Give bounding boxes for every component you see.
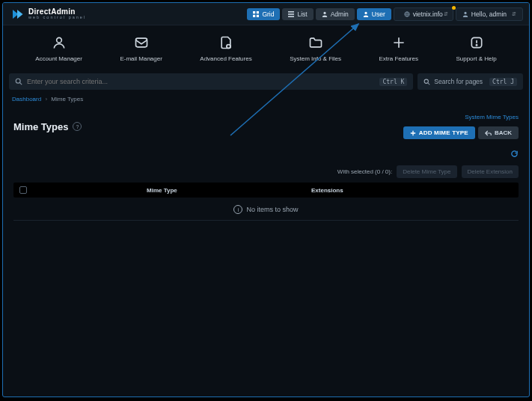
page-header: Mime Types ? System Mime Types ADD MIME … (3, 105, 529, 147)
nav-support-help[interactable]: Support & Help (451, 33, 501, 64)
empty-state: i No items to show (13, 198, 519, 221)
topbar: DirectAdmin web control panel Grid List … (3, 3, 529, 25)
view-grid-label: Grid (262, 10, 274, 18)
search-input[interactable] (27, 78, 376, 85)
breadcrumb: Dashboard › Mime Types (3, 94, 529, 105)
folder-icon (308, 34, 324, 51)
level-admin-label: Admin (331, 10, 349, 18)
alert-icon (468, 34, 485, 51)
notification-dot-icon (452, 6, 456, 10)
bulk-actions-row: With selected (0 / 0): Delete Mime Type … (13, 162, 519, 183)
view-list-label: List (297, 10, 307, 18)
user-greeting: Hello, admin (471, 10, 507, 18)
level-user-button[interactable]: User (357, 8, 391, 20)
nav-label: Account Manager (35, 55, 82, 62)
search-pages-button[interactable]: Search for pages Ctrl J (418, 73, 523, 90)
nav-label: Support & Help (456, 55, 496, 62)
globe-icon (404, 11, 410, 17)
kbd-shortcut: Ctrl J (489, 78, 517, 86)
svg-rect-0 (253, 11, 255, 13)
brand-mark-icon (10, 7, 24, 21)
svg-point-8 (364, 11, 367, 13)
delete-extension-button[interactable]: Delete Extension (462, 165, 519, 178)
user-icon (363, 11, 369, 17)
domain-selector[interactable]: vietnix.info ⇵ (394, 7, 453, 21)
system-mime-types-link[interactable]: System Mime Types (465, 114, 519, 120)
nav-label: System Info & Files (290, 55, 341, 62)
svg-rect-12 (135, 38, 147, 47)
plus-icon (410, 130, 416, 136)
nav-system-info-files[interactable]: System Info & Files (285, 33, 346, 64)
breadcrumb-separator-icon: › (45, 96, 47, 102)
nav-advanced-features[interactable]: Advanced Features (195, 33, 256, 64)
svg-rect-2 (253, 14, 255, 16)
search-pages-label: Search for pages (434, 78, 483, 85)
svg-rect-6 (288, 16, 294, 17)
svg-rect-3 (257, 14, 259, 16)
svg-rect-4 (288, 11, 294, 13)
select-all-checkbox[interactable] (19, 186, 27, 194)
domain-label: vietnix.info (413, 10, 443, 18)
person-icon (51, 34, 67, 51)
kbd-shortcut: Ctrl K (379, 78, 407, 86)
table-header: Mime Type Extensions (13, 183, 519, 198)
nav-label: Advanced Features (200, 55, 251, 62)
add-mime-type-label: ADD MIME TYPE (419, 129, 468, 136)
user-icon (462, 11, 468, 17)
chevron-updown-icon: ⇵ (512, 11, 516, 17)
help-icon[interactable]: ? (73, 122, 82, 131)
chevron-updown-icon: ⇵ (444, 11, 448, 17)
level-admin-button[interactable]: Admin (316, 8, 355, 20)
level-user-label: User (372, 10, 385, 18)
file-gear-icon (218, 34, 234, 51)
empty-text: No items to show (246, 206, 298, 213)
breadcrumb-root[interactable]: Dashboard (12, 96, 41, 102)
content-area: With selected (0 / 0): Delete Mime Type … (3, 147, 529, 221)
svg-point-17 (424, 79, 428, 83)
main-nav: Account Manager E-mail Manager Advanced … (3, 25, 529, 70)
svg-point-10 (464, 11, 466, 13)
nav-label: E-mail Manager (120, 55, 162, 62)
svg-point-7 (323, 11, 325, 13)
nav-label: Extra Features (379, 55, 418, 62)
back-button[interactable]: BACK (478, 126, 519, 139)
search-icon (15, 78, 22, 85)
back-label: BACK (495, 129, 512, 136)
global-search[interactable]: Ctrl K (9, 73, 413, 90)
add-mime-type-button[interactable]: ADD MIME TYPE (403, 126, 475, 139)
svg-point-11 (56, 37, 61, 43)
grid-icon (253, 11, 259, 17)
delete-mime-type-button[interactable]: Delete Mime Type (397, 165, 456, 178)
svg-rect-1 (257, 11, 259, 13)
search-row: Ctrl K Search for pages Ctrl J (3, 70, 529, 94)
breadcrumb-current: Mime Types (51, 96, 83, 102)
svg-point-16 (16, 79, 20, 83)
user-icon (322, 11, 328, 17)
plus-icon (391, 34, 407, 51)
info-icon: i (233, 205, 242, 214)
refresh-button[interactable] (510, 150, 519, 159)
svg-point-15 (476, 45, 477, 46)
nav-email-manager[interactable]: E-mail Manager (115, 33, 166, 64)
svg-rect-5 (288, 13, 294, 15)
selected-count: With selected (0 / 0): (337, 168, 392, 175)
view-list-button[interactable]: List (282, 8, 313, 20)
user-menu[interactable]: Hello, admin ⇵ (456, 7, 523, 21)
col-extensions[interactable]: Extensions (311, 187, 513, 194)
nav-account-manager[interactable]: Account Manager (31, 33, 87, 64)
brand-logo[interactable]: DirectAdmin web control panel (10, 7, 86, 21)
page-title: Mime Types (13, 121, 68, 132)
reply-arrow-icon (485, 130, 492, 136)
brand-subtitle: web control panel (28, 16, 86, 20)
list-icon (288, 11, 294, 17)
envelope-icon (133, 34, 150, 51)
nav-extra-features[interactable]: Extra Features (375, 33, 423, 64)
col-mime-type[interactable]: Mime Type (147, 187, 311, 194)
search-icon (424, 79, 430, 85)
view-grid-button[interactable]: Grid (247, 8, 280, 20)
brand-text: DirectAdmin web control panel (28, 8, 86, 20)
